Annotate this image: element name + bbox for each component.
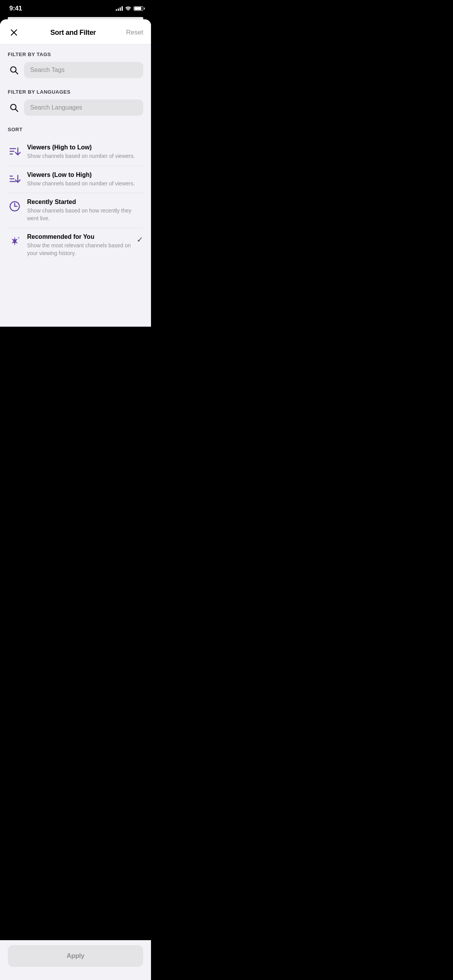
- sort-high-to-low-icon: [8, 145, 22, 159]
- sort-low-to-high-icon: [8, 172, 22, 186]
- sort-low-to-high-text: Viewers (Low to High) Show channels base…: [27, 171, 143, 188]
- sheet-title: Sort and Filter: [50, 29, 96, 37]
- status-bar: 9:41: [0, 0, 151, 17]
- recommended-checkmark: ✓: [137, 235, 143, 244]
- recommended-icon: [8, 234, 22, 248]
- languages-search-input[interactable]: [24, 99, 143, 116]
- battery-icon: [134, 6, 143, 11]
- sort-low-to-high-title: Viewers (Low to High): [27, 171, 143, 178]
- sort-item-low-to-high[interactable]: Viewers (Low to High) Show channels base…: [8, 166, 143, 194]
- sort-label: SORT: [8, 127, 143, 132]
- filter-tags-label: FILTER BY TAGS: [8, 51, 143, 57]
- filter-tags-section: FILTER BY TAGS: [0, 45, 151, 82]
- tags-search-input[interactable]: [24, 62, 143, 78]
- sort-item-recently-started[interactable]: Recently Started Show channels based on …: [8, 193, 143, 228]
- filter-languages-section: FILTER BY LANGUAGES: [0, 82, 151, 120]
- sort-low-to-high-desc: Show channels based on number of viewers…: [27, 180, 143, 188]
- tags-search-icon-wrap: [8, 64, 20, 76]
- search-icon: [9, 65, 19, 75]
- status-time: 9:41: [9, 5, 22, 12]
- sort-item-recommended[interactable]: Recommended for You Show the most releva…: [8, 228, 143, 262]
- sort-high-to-low-title: Viewers (High to Low): [27, 144, 143, 151]
- tags-search-row: [8, 62, 143, 78]
- languages-search-row: [8, 99, 143, 116]
- close-button[interactable]: [8, 26, 20, 39]
- reset-button[interactable]: Reset: [126, 27, 143, 38]
- filter-languages-label: FILTER BY LANGUAGES: [8, 89, 143, 95]
- recommended-desc: Show the most relevant channels based on…: [27, 242, 131, 257]
- search-icon: [9, 103, 19, 112]
- recently-started-title: Recently Started: [27, 199, 143, 206]
- sort-high-to-low-text: Viewers (High to Low) Show channels base…: [27, 144, 143, 160]
- recently-started-icon: [8, 199, 22, 213]
- sort-filter-sheet: Sort and Filter Reset FILTER BY TAGS FIL…: [0, 19, 151, 327]
- sheet-header: Sort and Filter Reset: [0, 19, 151, 45]
- wifi-icon: [125, 6, 131, 11]
- signal-icon: [116, 6, 123, 11]
- svg-point-0: [128, 10, 129, 11]
- languages-search-icon-wrap: [8, 101, 20, 114]
- sheet-content: FILTER BY TAGS FILTER BY LANGUAGES: [0, 45, 151, 305]
- svg-line-6: [15, 109, 18, 111]
- recently-started-desc: Show channels based on how recently they…: [27, 207, 143, 222]
- sort-item-high-to-low[interactable]: Viewers (High to Low) Show channels base…: [8, 139, 143, 166]
- recommended-title: Recommended for You: [27, 233, 131, 240]
- status-icons: [116, 6, 143, 11]
- sort-high-to-low-desc: Show channels based on number of viewers…: [27, 152, 143, 160]
- recommended-text: Recommended for You Show the most releva…: [27, 233, 131, 257]
- svg-line-4: [15, 72, 18, 74]
- sort-section: SORT Viewers (High to Low): [0, 120, 151, 267]
- recently-started-text: Recently Started Show channels based on …: [27, 199, 143, 222]
